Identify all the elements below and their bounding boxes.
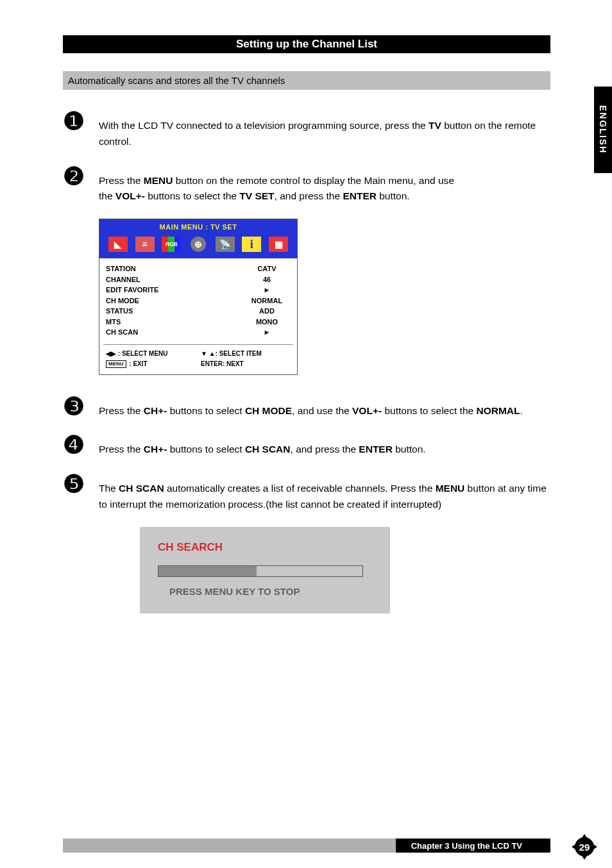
step-text: The CH SCAN automatically creates a list… [99,472,550,513]
osd-footer: ◀▶ : SELECT MENU ▼ ▲: SELECT ITEM MENU :… [103,344,293,371]
b: CH+- [144,444,167,455]
footer-bar: Chapter 3 Using the LCD TV [63,839,550,853]
b: ENTER [343,190,377,201]
t: the [99,190,115,201]
step-4: ❹ Press the CH+- buttons to select CH SC… [63,433,550,458]
hint-enter: ENTER: NEXT [201,359,291,369]
osd-antenna-icon: 📡 [216,237,235,252]
step-1: ❶ With the LCD TV connected to a televis… [63,109,550,150]
arrow-ud-icon: ▼ ▲ [201,350,216,357]
osd-picture-icon: ◣ [108,237,128,252]
b: VOL+- [352,405,382,416]
t: , and press the [275,190,343,201]
l: STATUS [106,306,133,317]
t: buttons to select [167,444,245,455]
step-text: Press the MENU button on the remote cont… [99,164,550,205]
step-number-icon: ❸ [63,394,99,419]
t: button. [377,190,410,201]
osd-row: CHANNEL46 [106,274,291,285]
v: MONO [243,317,291,328]
b: CH SCAN [119,483,164,494]
section-header: Setting up the Channel List [63,35,550,53]
v: 46 [243,274,291,285]
progress-fill [158,566,257,576]
osd-setup-icon: ⊕ [189,237,208,252]
t: buttons to select the [382,405,476,416]
v: CATV [243,263,291,274]
osd-row: CH MODENORMAL [106,296,291,306]
step-number-icon: ❶ [63,109,99,133]
page-content: Setting up the Channel List Automaticall… [63,35,550,613]
v: ADD [243,306,291,317]
t: buttons to select the [145,190,239,201]
subtitle-bar: Automatically scans and stores all the T… [63,71,550,90]
step-5: ❺ The CH SCAN automatically creates a li… [63,472,550,513]
step-2: ❷ Press the MENU button on the remote co… [63,164,550,205]
b: VOL+- [115,190,145,201]
hint-exit: MENU : EXIT [106,359,196,369]
l: MTS [106,317,121,328]
step-number-icon: ❷ [63,164,99,188]
ch-search-title: CH SEARCH [158,541,372,554]
v: NORMAL [243,296,291,306]
t: Press the [99,444,144,455]
osd-row: STATUSADD [106,306,291,317]
l: CH SCAN [106,327,138,338]
ch-search-panel: CH SEARCH PRESS MENU KEY TO STOP [140,527,390,613]
osd-rgb-icon: RGB [162,237,181,252]
osd-row: MTSMONO [106,317,291,328]
osd-icon-row: ◣ ≡ RGB ⊕ 📡 i ▦ [99,233,297,258]
t: buttons to select [167,405,245,416]
b: TV [429,120,441,131]
osd-menu: MAIN MENU : TV SET ◣ ≡ RGB ⊕ 📡 i ▦ STATI… [99,219,298,375]
l: CH MODE [106,296,139,306]
t: : EXIT [128,360,148,367]
l: EDIT FAVORITE [106,285,158,296]
menu-badge-icon: MENU [106,360,126,368]
t: : SELECT ITEM [216,350,262,357]
step-number-icon: ❹ [63,433,99,457]
page-number-badge: 29 [575,837,594,856]
b: CH+- [144,405,167,416]
osd-info-icon: i [242,237,261,252]
t: : SELECT MENU [116,350,168,357]
b: CH SCAN [245,444,291,455]
l: STATION [106,263,136,274]
hint-select-item: ▼ ▲: SELECT ITEM [201,349,291,359]
osd-row: CH SCAN► [106,327,291,338]
l: CHANNEL [106,274,140,285]
arrow-lr-icon: ◀▶ [106,350,116,357]
step-text: Press the CH+- buttons to select CH SCAN… [99,433,550,458]
t: button on the remote control to display … [173,175,454,186]
t: . [520,405,522,416]
v: ► [243,327,291,338]
step-number-icon: ❺ [63,472,99,496]
t: , and use the [292,405,352,416]
b: NORMAL [476,405,520,416]
b: MENU [144,175,173,186]
osd-row: EDIT FAVORITE► [106,285,291,296]
t: Press the [99,405,144,416]
t: , and press the [291,444,359,455]
osd-pip-icon: ▦ [269,237,288,252]
osd-title: MAIN MENU : TV SET [99,219,297,233]
footer-gutter [63,839,396,853]
osd-body: STATIONCATV CHANNEL46 EDIT FAVORITE► CH … [99,258,297,342]
step-text: Press the CH+- buttons to select CH MODE… [99,394,550,419]
b: MENU [436,483,465,494]
t: Press the [99,175,144,186]
b: ENTER [359,444,393,455]
b: TV SET [239,190,274,201]
hint-select-menu: ◀▶ : SELECT MENU [106,349,196,359]
t: With the LCD TV connected to a televisio… [99,120,429,131]
osd-audio-icon: ≡ [135,237,155,252]
t: automatically creates a list of receivab… [164,483,436,494]
page-number: 29 [579,842,590,853]
ch-search-msg: PRESS MENU KEY TO STOP [158,586,372,597]
t: button. [393,444,426,455]
v: ► [243,285,291,296]
osd-row: STATIONCATV [106,263,291,274]
t: The [99,483,119,494]
language-tab: ENGLISH [594,87,612,173]
b: CH MODE [245,405,292,416]
